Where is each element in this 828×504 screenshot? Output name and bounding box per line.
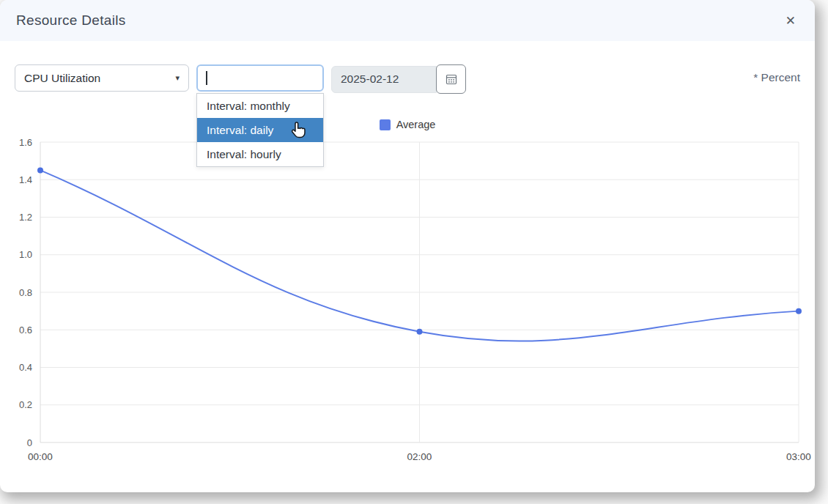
chevron-down-icon: ▾ (175, 73, 180, 83)
svg-text:1.4: 1.4 (19, 174, 32, 185)
utilization-chart: 00.20.40.60.81.01.21.41.600:0002:0003:00 (0, 132, 815, 476)
date-picker: 2025-02-12 (331, 64, 466, 94)
date-value: 2025-02-12 (341, 73, 399, 86)
svg-text:1.6: 1.6 (19, 137, 32, 148)
date-input[interactable]: 2025-02-12 (331, 66, 437, 93)
hand-pointer-cursor-icon (288, 121, 307, 140)
svg-text:00:00: 00:00 (28, 451, 53, 462)
calendar-button[interactable] (436, 64, 466, 94)
svg-text:1.0: 1.0 (19, 249, 32, 260)
interval-dropdown-menu: Interval: monthly Interval: daily Interv… (196, 93, 324, 167)
modal-title: Resource Details (16, 12, 125, 29)
svg-text:0.2: 0.2 (19, 399, 32, 410)
unit-label: * Percent (753, 71, 800, 84)
chart-legend[interactable]: Average (0, 119, 815, 130)
text-cursor (206, 71, 207, 85)
svg-text:0: 0 (27, 437, 32, 448)
modal-header: Resource Details ✕ (0, 0, 815, 41)
close-icon[interactable]: ✕ (783, 12, 799, 30)
interval-option-monthly[interactable]: Interval: monthly (197, 94, 323, 118)
utilization-chart-svg: 00.20.40.60.81.01.21.41.600:0002:0003:00 (0, 132, 815, 476)
interval-combobox-input[interactable] (196, 64, 324, 92)
metric-select[interactable]: CPU Utilization ▾ (15, 64, 189, 92)
legend-swatch-average (380, 119, 391, 130)
resource-details-modal: Resource Details ✕ CPU Utilization ▾ 202… (0, 0, 815, 492)
calendar-icon (446, 73, 457, 85)
svg-text:03:00: 03:00 (786, 451, 811, 462)
svg-text:0.4: 0.4 (19, 362, 32, 373)
svg-text:0.8: 0.8 (19, 287, 32, 298)
svg-text:02:00: 02:00 (407, 451, 432, 462)
metric-select-value: CPU Utilization (24, 72, 100, 85)
svg-text:0.6: 0.6 (19, 325, 32, 336)
svg-text:1.2: 1.2 (19, 212, 32, 223)
interval-option-daily[interactable]: Interval: daily (197, 118, 323, 142)
interval-option-hourly[interactable]: Interval: hourly (197, 142, 323, 166)
legend-label-average: Average (396, 119, 436, 130)
